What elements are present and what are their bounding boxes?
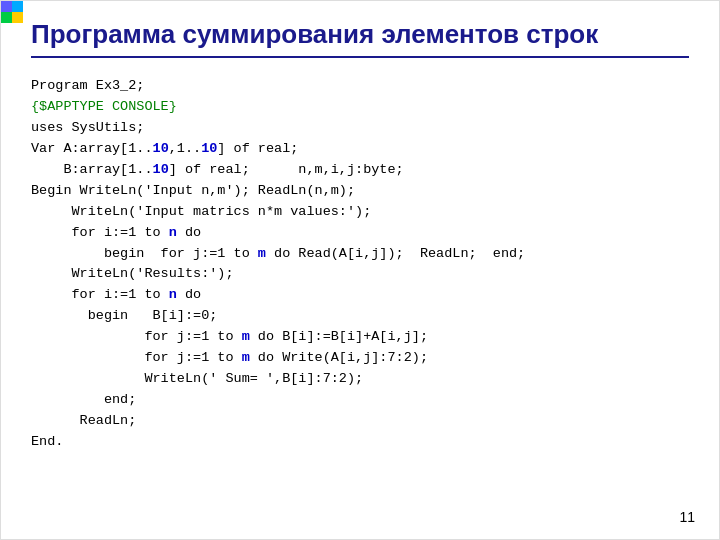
code-line: ReadLn; bbox=[31, 411, 689, 432]
code-line: for i:=1 to n do bbox=[31, 223, 689, 244]
code-line: begin for j:=1 to m do Read(A[i,j]); Rea… bbox=[31, 244, 689, 265]
code-line: end; bbox=[31, 390, 689, 411]
code-line: End. bbox=[31, 432, 689, 453]
slide-title: Программа суммирования элементов строк bbox=[31, 19, 689, 58]
code-line: begin B[i]:=0; bbox=[31, 306, 689, 327]
code-line: Program Ex3_2; bbox=[31, 76, 689, 97]
code-line: for j:=1 to m do Write(A[i,j]:7:2); bbox=[31, 348, 689, 369]
code-line: for j:=1 to m do B[i]:=B[i]+A[i,j]; bbox=[31, 327, 689, 348]
code-line: uses SysUtils; bbox=[31, 118, 689, 139]
code-line: Var A:array[1..10,1..10] of real; bbox=[31, 139, 689, 160]
code-line: Begin WriteLn('Input n,m'); ReadLn(n,m); bbox=[31, 181, 689, 202]
code-line: WriteLn('Results:'); bbox=[31, 264, 689, 285]
slide: Программа суммирования элементов строк P… bbox=[0, 0, 720, 540]
code-line: for i:=1 to n do bbox=[31, 285, 689, 306]
page-number: 11 bbox=[679, 509, 695, 525]
code-line: B:array[1..10] of real; n,m,i,j:byte; bbox=[31, 160, 689, 181]
code-line: WriteLn('Input matrics n*m values:'); bbox=[31, 202, 689, 223]
code-line: {$APPTYPE CONSOLE} bbox=[31, 97, 689, 118]
code-line: WriteLn(' Sum= ',B[i]:7:2); bbox=[31, 369, 689, 390]
corner-decoration bbox=[1, 1, 23, 23]
code-block: Program Ex3_2;{$APPTYPE CONSOLE}uses Sys… bbox=[31, 76, 689, 453]
